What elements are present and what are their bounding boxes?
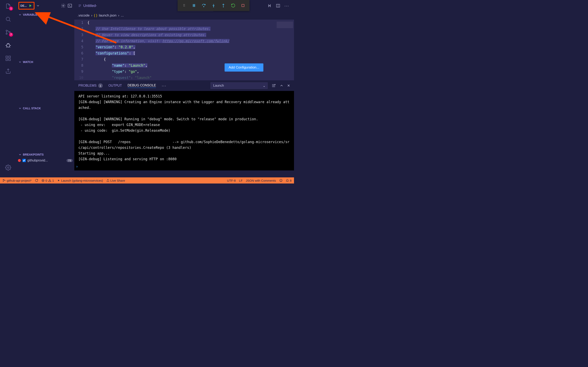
source-control-icon[interactable]: 7 [4,29,12,36]
more-icon[interactable]: ··· [162,83,166,88]
debug-sidebar-header: DE... [16,0,74,11]
callstack-section [16,111,74,151]
play-icon[interactable] [28,3,33,8]
breakpoint-dot-icon [18,159,21,162]
debug-config-select[interactable]: Launch ⌄ [210,82,268,89]
svg-point-4 [7,44,10,47]
svg-point-10 [63,5,64,6]
watch-section [16,65,74,105]
config-name[interactable]: DE... [20,4,27,7]
variables-header[interactable]: Variables [16,11,74,18]
status-branch[interactable]: github-api-project* [2,179,32,182]
explorer-icon[interactable]: 1 [4,2,12,10]
tab-output[interactable]: OUTPUT [108,84,122,87]
status-sync[interactable] [35,179,38,182]
status-feedback[interactable] [279,179,283,182]
svg-point-9 [7,167,9,168]
stop-icon[interactable] [241,3,245,8]
svg-rect-7 [9,59,11,61]
more-icon[interactable]: ··· [285,3,289,8]
svg-point-19 [3,179,4,180]
svg-point-17 [223,7,224,7]
add-configuration-button[interactable]: Add Configuration... [225,63,263,72]
activity-bar: 1 7 [0,0,16,177]
status-launch[interactable]: Launch (golang-microservices) [57,179,103,182]
editor-tabs: Untitled- { } launch.json × ··· ⠿ [74,0,294,11]
svg-rect-18 [242,4,244,7]
watch-header[interactable]: Watch [16,59,74,65]
gear-icon[interactable] [4,164,12,171]
line-gutter: 12345678910 [74,20,87,80]
svg-rect-6 [6,59,8,61]
status-diagnostics[interactable]: 0 1 [42,179,54,182]
step-out-icon[interactable] [221,3,226,8]
status-bar: github-api-project* 0 1 Launch (golang-m… [0,177,294,184]
step-into-icon[interactable] [211,3,216,8]
svg-rect-14 [194,4,195,7]
breakpoint-label: githubprovid... [27,159,48,162]
code-editor[interactable]: 12345678910 { // Use IntelliSense to lea… [74,20,294,80]
compare-icon[interactable] [267,3,272,8]
console-input[interactable]: › [74,162,294,170]
editor-area: Untitled- { } launch.json × ··· ⠿ [74,0,294,177]
file-icon [78,4,82,8]
tab-untitled[interactable]: Untitled- [74,0,101,11]
tab-problems[interactable]: PROBLEMS 1 [78,83,103,88]
svg-point-2 [6,33,7,34]
minimap[interactable] [276,20,294,80]
restart-icon[interactable] [231,3,236,8]
problems-count: 1 [98,83,103,88]
start-debug-highlight: DE... [18,2,35,9]
svg-point-16 [213,7,214,7]
scm-badge: 7 [9,33,13,37]
breakpoints-header[interactable]: Breakpoints [16,151,74,158]
debug-console-output[interactable]: API server listening at: 127.0.0.1:35515… [74,91,294,162]
svg-point-23 [280,179,282,182]
config-chevron-icon[interactable] [36,4,40,8]
settings-icon[interactable] [61,3,66,8]
bottom-panel: PROBLEMS 1 OUTPUT DEBUG CONSOLE ··· Laun… [74,80,294,170]
chevron-down-icon: ⌄ [263,84,265,88]
status-eol[interactable]: LF [239,179,243,182]
close-panel-icon[interactable]: × [287,83,290,88]
pause-icon[interactable] [191,3,196,8]
variables-section [16,18,74,59]
breadcrumb[interactable]: .vscode › { } launch.json › ... [74,11,294,20]
svg-point-15 [204,6,204,7]
breakpoint-checkbox[interactable] [22,159,26,162]
debug-sidebar: DE... Variables Watch [16,0,74,177]
split-editor-icon[interactable] [276,3,280,8]
step-over-icon[interactable] [201,3,206,8]
svg-rect-13 [193,4,194,7]
collapse-icon[interactable] [279,83,284,88]
clear-console-icon[interactable] [271,83,276,88]
search-icon[interactable] [4,16,12,23]
breakpoint-line: 73 [67,159,73,162]
explorer-badge: 1 [9,7,13,11]
json-icon: { } [94,13,97,17]
svg-point-21 [5,180,5,181]
panel-tabs: PROBLEMS 1 OUTPUT DEBUG CONSOLE ··· Laun… [74,80,294,91]
liveshare-icon[interactable] [4,68,12,75]
breakpoint-item[interactable]: githubprovid... 73 [16,158,74,163]
status-encoding[interactable]: UTF-8 [227,179,236,182]
status-liveshare[interactable]: Live Share [106,179,125,182]
debug-console-icon[interactable] [67,3,72,8]
svg-point-1 [6,30,7,31]
extensions-icon[interactable] [4,55,12,62]
svg-rect-8 [9,56,11,58]
drag-handle-icon[interactable]: ⠿ [182,3,187,8]
status-language[interactable]: JSON with Comments [246,179,276,182]
tab-debug-console[interactable]: DEBUG CONSOLE [128,83,156,88]
callstack-header[interactable]: Call Stack [16,105,74,111]
svg-point-20 [3,181,4,182]
debug-icon[interactable] [4,42,12,49]
debug-toolbar: ⠿ [178,0,250,11]
svg-point-0 [6,17,10,21]
svg-rect-5 [6,56,8,58]
status-bell[interactable]: 8 [286,179,292,182]
